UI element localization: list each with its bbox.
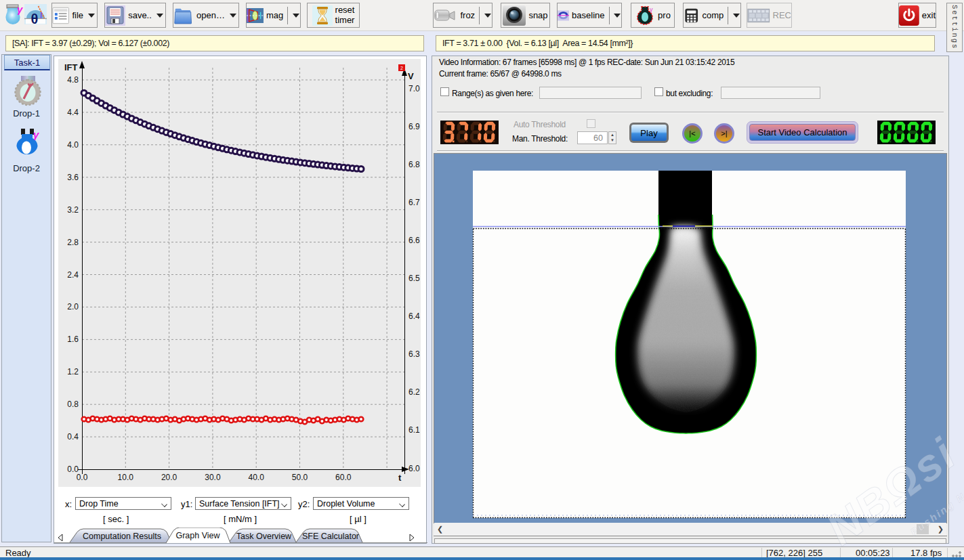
svg-text:0.8: 0.8	[67, 400, 79, 409]
svg-text:2.4: 2.4	[67, 270, 79, 280]
svg-text:40.0: 40.0	[249, 473, 265, 482]
svg-text:1.2: 1.2	[67, 367, 79, 376]
svg-text:4.8: 4.8	[67, 75, 79, 85]
svg-text:3.2: 3.2	[67, 205, 79, 215]
svg-text:20.0: 20.0	[161, 473, 177, 482]
svg-text:1.6: 1.6	[67, 335, 79, 344]
svg-text:6.0: 6.0	[408, 464, 420, 473]
svg-text:6.3: 6.3	[408, 349, 420, 359]
svg-text:t: t	[398, 473, 402, 483]
svg-text:V: V	[408, 71, 414, 81]
svg-text:IFT: IFT	[64, 62, 78, 72]
svg-text:Task Overview: Task Overview	[236, 532, 292, 541]
svg-text:2: 2	[400, 66, 403, 70]
svg-text:7.0: 7.0	[408, 84, 420, 93]
svg-text:4.4: 4.4	[67, 108, 79, 117]
svg-text:Computation Results: Computation Results	[83, 532, 161, 541]
svg-text:6.6: 6.6	[408, 236, 420, 245]
svg-text:6.8: 6.8	[408, 160, 420, 169]
svg-text:SFE Calculator: SFE Calculator	[302, 532, 359, 541]
svg-text:6.2: 6.2	[408, 387, 420, 397]
svg-text:2.0: 2.0	[67, 302, 79, 311]
svg-text:10.0: 10.0	[118, 473, 134, 482]
svg-text:0.0: 0.0	[77, 473, 88, 482]
svg-text:3.6: 3.6	[67, 173, 79, 182]
svg-text:30.0: 30.0	[205, 473, 221, 482]
svg-text:θ: θ	[31, 12, 39, 26]
svg-text:2.8: 2.8	[67, 238, 79, 247]
svg-text:50.0: 50.0	[292, 473, 308, 482]
svg-text:6.4: 6.4	[408, 311, 420, 321]
svg-text:γ: γ	[33, 129, 40, 140]
svg-text:γ: γ	[650, 6, 653, 13]
svg-text:4.0: 4.0	[67, 140, 79, 150]
svg-text:0.4: 0.4	[67, 432, 79, 441]
svg-text:60.0: 60.0	[335, 473, 352, 482]
svg-text:6.1: 6.1	[408, 425, 420, 435]
svg-text:γ: γ	[17, 4, 24, 15]
svg-text:Graph View: Graph View	[175, 531, 220, 540]
svg-text:6.9: 6.9	[408, 122, 420, 131]
svg-text:6.5: 6.5	[408, 274, 420, 283]
svg-text:6.7: 6.7	[408, 198, 420, 207]
